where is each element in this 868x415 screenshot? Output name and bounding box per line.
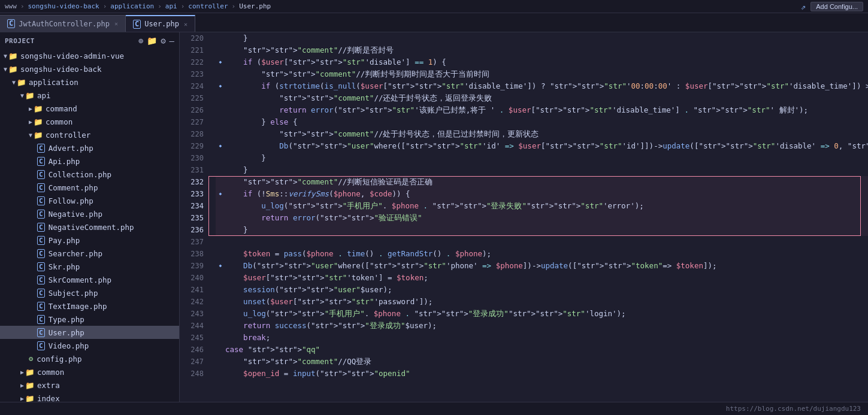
- php-icon: C: [37, 157, 45, 166]
- line-text: } else {: [225, 116, 868, 128]
- tree-item-extra[interactable]: ▶📁extra: [0, 378, 179, 392]
- tab-jwt[interactable]: C JwtAuthController.php ✕: [0, 15, 126, 32]
- tab-jwt-close[interactable]: ✕: [114, 20, 118, 27]
- tree-label: common: [37, 368, 64, 377]
- tree-item-advert-php[interactable]: CAdvert.php: [0, 141, 179, 155]
- line-text: "str">"str">"comment"//判断短信验证码是否正确: [225, 176, 868, 188]
- folder-icon: 📁: [34, 131, 43, 140]
- tree-item-user-php[interactable]: CUser.php: [0, 326, 179, 339]
- tree-item-api-php[interactable]: CApi.php: [0, 155, 179, 168]
- line-text: return success("str">"str">"登录成功"$user);: [225, 320, 868, 332]
- tree-label: Type.php: [49, 315, 84, 324]
- tree-item-pay-php[interactable]: CPay.php: [0, 234, 179, 247]
- code-line: $token = pass($phone . time() . getRandS…: [216, 248, 868, 260]
- sidebar-header: Project ⊕ 📁 ⚙ —: [0, 32, 179, 49]
- tree-item-collection-php[interactable]: CCollection.php: [0, 168, 179, 181]
- tree-item-index[interactable]: ▶📁index: [0, 392, 179, 402]
- folder-arrow: ▼: [12, 79, 16, 86]
- tree-label: TextImage.php: [49, 302, 107, 311]
- line-text: u_log("str">"str">"手机用户". $phone . "str"…: [225, 200, 868, 212]
- breadcrumb-controller: controller: [188, 2, 228, 10]
- code-line: $user["str">"str">"str"'token'] = $token…: [216, 272, 868, 284]
- php-icon: C: [37, 183, 45, 192]
- folder-arrow: ▶: [20, 369, 24, 375]
- tree-item-type-php[interactable]: CType.php: [0, 313, 179, 326]
- tree-item-common[interactable]: ▶📁common: [0, 115, 179, 128]
- line-text: "str">"str">"comment"//处于封号状态，但是已过封禁时间，更…: [225, 128, 868, 140]
- line-text: "str">"str">"comment"//还处于封号状态，返回登录失败: [225, 92, 868, 104]
- php-icon: C: [37, 341, 45, 350]
- gutter-icon: ◆: [216, 56, 225, 68]
- settings-icon[interactable]: ⚙: [161, 36, 165, 46]
- tab-jwt-label: JwtAuthController.php: [19, 20, 110, 28]
- line-text: "str">"str">"comment"//判断封号到期时间是否大于当前时间: [225, 68, 868, 80]
- tree-item-searcher-php[interactable]: CSearcher.php: [0, 247, 179, 260]
- code-line: ◆ Db("str">"str">"user"where(["str">"str…: [216, 260, 868, 272]
- tree-label: Collection.php: [49, 170, 111, 179]
- tree-item-songshu-video-back[interactable]: ▼📁songshu-video-back: [0, 62, 179, 75]
- line-numbers: 2202212222232242252262272282292302312322…: [180, 32, 208, 402]
- tree-item-negative-php[interactable]: CNegative.php: [0, 207, 179, 220]
- line-text: return error("str">"str">"验证码错误": [225, 212, 868, 224]
- php-icon: C: [37, 249, 45, 258]
- tree-label: application: [29, 78, 78, 87]
- line-text: $user["str">"str">"str"'token'] = $token…: [225, 272, 868, 284]
- tree-item-config-php[interactable]: ⚙config.php: [0, 352, 179, 365]
- user-file-icon: C: [133, 20, 141, 29]
- breadcrumb-project: songshu-video-back: [28, 2, 99, 10]
- add-config-button[interactable]: Add Configu...: [810, 2, 863, 11]
- line-text: }: [225, 224, 868, 236]
- tree-item-controller[interactable]: ▼📁controller: [0, 128, 179, 141]
- tree-item-skrcomment-php[interactable]: CSkrComment.php: [0, 273, 179, 286]
- code-line: ◆ if (strtotime(is_null($user["str">"str…: [216, 80, 868, 92]
- tree-label: common: [46, 117, 72, 126]
- folder-icon: 📁: [17, 78, 26, 87]
- php-icon: C: [37, 144, 45, 153]
- tree-item-subject-php[interactable]: CSubject.php: [0, 286, 179, 299]
- tab-user-close[interactable]: ✕: [184, 21, 187, 28]
- tree-item-skr-php[interactable]: CSkr.php: [0, 260, 179, 273]
- tree-item-songshu-video-admin-vue[interactable]: ▼📁songshu-video-admin-vue: [0, 49, 179, 62]
- tree-label: index: [37, 394, 60, 402]
- new-file-icon[interactable]: ⊕: [138, 36, 143, 46]
- tree-item-follow-php[interactable]: CFollow.php: [0, 194, 179, 207]
- php-icon: C: [37, 223, 45, 232]
- sidebar-actions[interactable]: ⊕ 📁 ⚙ —: [138, 36, 174, 46]
- git-icon: ⇗: [801, 2, 806, 11]
- folder-icon: 📁: [25, 381, 35, 390]
- tree-item-negativecomment-php[interactable]: CNegativeComment.php: [0, 220, 179, 234]
- tree-label: songshu-video-admin-vue: [20, 52, 124, 60]
- tree-item-application[interactable]: ▼📁application: [0, 75, 179, 89]
- breadcrumb-file: User.php: [239, 2, 271, 10]
- gutter-icon: ◆: [216, 80, 225, 92]
- php-icon: C: [37, 302, 45, 311]
- code-line: return success("str">"str">"登录成功"$user);: [216, 320, 868, 332]
- line-text: case "str">"str">"qq": [225, 344, 868, 356]
- tree-item-api[interactable]: ▼📁api: [0, 89, 179, 102]
- php-icon: C: [37, 315, 45, 324]
- file-tree: ▼📁songshu-video-admin-vue▼📁songshu-video…: [0, 49, 179, 402]
- line-text: if (strtotime(is_null($user["str">"str">…: [225, 80, 868, 92]
- code-line: "str">"str">"comment"//QQ登录: [216, 356, 868, 368]
- php-icon: C: [37, 170, 45, 179]
- new-folder-icon[interactable]: 📁: [147, 36, 157, 46]
- php-icon: C: [37, 275, 45, 284]
- tree-label: Comment.php: [49, 183, 98, 192]
- line-text: u_log("str">"str">"手机用户". $phone . "str"…: [225, 308, 868, 320]
- tree-item-command[interactable]: ▶📁command: [0, 102, 179, 115]
- line-text: }: [225, 32, 868, 44]
- folder-arrow: ▼: [4, 66, 7, 72]
- collapse-icon[interactable]: —: [170, 36, 174, 46]
- php-icon: C: [37, 236, 45, 245]
- tree-item-common[interactable]: ▶📁common: [0, 365, 179, 378]
- line-text: break;: [225, 332, 868, 344]
- code-line: ◆ if (!Sms::verifySms($phone, $code)) {: [216, 188, 868, 200]
- tab-user[interactable]: C User.php ✕: [126, 15, 195, 32]
- php-icon: C: [37, 262, 45, 271]
- code-editor[interactable]: } "str">"str">"comment"//判断是否封号◆ if ($us…: [208, 32, 868, 402]
- main-area: Project ⊕ 📁 ⚙ — ▼📁songshu-video-admin-vu…: [0, 32, 868, 402]
- line-text: $open_id = input("str">"str">"openid": [225, 368, 868, 380]
- tree-item-video-php[interactable]: CVideo.php: [0, 339, 179, 352]
- tree-item-comment-php[interactable]: CComment.php: [0, 181, 179, 194]
- tree-item-textimage-php[interactable]: CTextImage.php: [0, 299, 179, 313]
